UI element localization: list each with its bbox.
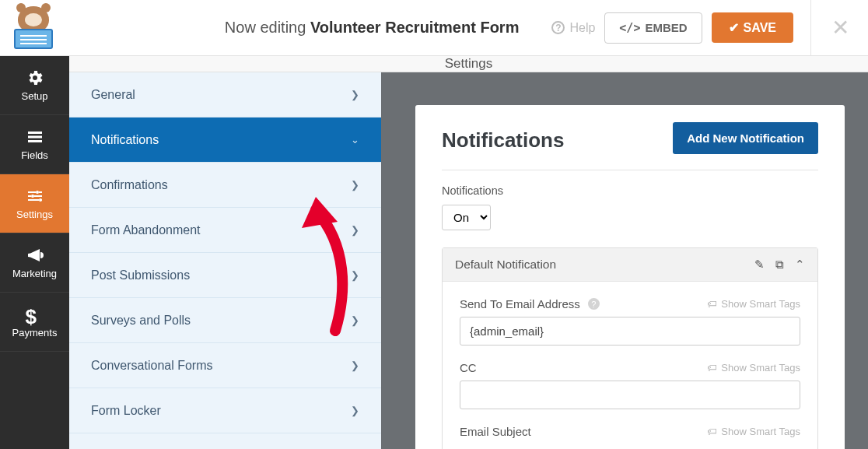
svg-rect-1 bbox=[28, 136, 42, 139]
collapse-icon[interactable]: ⌃ bbox=[795, 258, 805, 272]
help-icon[interactable]: ? bbox=[588, 298, 600, 310]
notifications-card: Notifications Add New Notification Notif… bbox=[415, 105, 845, 449]
cc-input[interactable] bbox=[460, 381, 800, 409]
add-notification-button[interactable]: Add New Notification bbox=[673, 122, 818, 154]
svg-point-5 bbox=[39, 198, 42, 202]
chevron-right-icon: ❯ bbox=[351, 269, 359, 281]
notification-header: Default Notification ✎ ⧉ ⌃ bbox=[443, 248, 817, 282]
field-subject: Email Subject 🏷 Show Smart Tags bbox=[460, 425, 800, 438]
help-icon: ? bbox=[551, 21, 565, 34]
smart-tags-link[interactable]: 🏷 Show Smart Tags bbox=[707, 298, 800, 310]
chevron-right-icon: ❯ bbox=[351, 314, 359, 326]
help-link[interactable]: ? Help bbox=[551, 21, 595, 35]
smart-tags-link[interactable]: 🏷 Show Smart Tags bbox=[707, 426, 800, 437]
save-button[interactable]: ✔ SAVE bbox=[712, 12, 793, 43]
svg-point-4 bbox=[31, 195, 34, 198]
nav-rail: Setup Fields Settings Marketing $ Paymen… bbox=[0, 56, 69, 449]
chevron-right-icon: ❯ bbox=[351, 179, 359, 191]
sliders-icon bbox=[26, 187, 44, 205]
subitem-notifications[interactable]: Notifications⌄ bbox=[69, 118, 381, 163]
subitem-general[interactable]: General❯ bbox=[69, 72, 381, 118]
list-icon bbox=[26, 128, 44, 146]
notifications-toggle[interactable]: On bbox=[442, 205, 491, 230]
nav-setup[interactable]: Setup bbox=[0, 56, 69, 115]
top-bar: Now editing Volunteer Recruitment Form ?… bbox=[0, 0, 868, 56]
edit-icon[interactable]: ✎ bbox=[754, 258, 765, 272]
gear-icon bbox=[26, 68, 44, 87]
svg-point-3 bbox=[36, 191, 39, 194]
code-icon: </> bbox=[619, 21, 640, 35]
close-button[interactable]: ✕ bbox=[821, 15, 852, 40]
tag-icon: 🏷 bbox=[707, 362, 717, 374]
nav-payments[interactable]: $ Payments bbox=[0, 293, 69, 352]
wpforms-logo bbox=[8, 6, 58, 49]
nav-settings[interactable]: Settings bbox=[0, 174, 69, 233]
svg-rect-0 bbox=[28, 132, 42, 134]
cc-label: CC bbox=[460, 361, 477, 374]
send-to-label: Send To Email Address bbox=[460, 297, 580, 310]
svg-rect-2 bbox=[28, 140, 42, 142]
chevron-right-icon: ❯ bbox=[351, 405, 359, 416]
tag-icon: 🏷 bbox=[707, 426, 717, 437]
notification-block: Default Notification ✎ ⧉ ⌃ bbox=[442, 247, 818, 449]
send-to-input[interactable] bbox=[460, 317, 800, 346]
notification-title: Default Notification bbox=[455, 258, 556, 272]
main-canvas: Notifications Add New Notification Notif… bbox=[381, 72, 868, 449]
settings-subpanel: General❯ Notifications⌄ Confirmations❯ F… bbox=[69, 72, 381, 449]
checkmark-icon: ✔ bbox=[729, 20, 739, 35]
subitem-confirmations[interactable]: Confirmations❯ bbox=[69, 163, 381, 208]
chevron-down-icon: ⌄ bbox=[351, 134, 359, 146]
divider bbox=[442, 170, 818, 170]
nav-fields[interactable]: Fields bbox=[0, 115, 69, 174]
subitem-post-submissions[interactable]: Post Submissions❯ bbox=[69, 253, 381, 298]
field-send-to: Send To Email Address ? 🏷 Show Smart Tag… bbox=[460, 297, 800, 346]
nav-marketing[interactable]: Marketing bbox=[0, 233, 69, 293]
notifications-toggle-label: Notifications bbox=[442, 184, 818, 197]
chevron-right-icon: ❯ bbox=[351, 89, 359, 100]
field-cc: CC 🏷 Show Smart Tags bbox=[460, 361, 800, 409]
dollar-icon: $ bbox=[26, 305, 44, 324]
subitem-form-abandonment[interactable]: Form Abandonment❯ bbox=[69, 208, 381, 253]
subject-label: Email Subject bbox=[460, 425, 531, 438]
settings-header: Settings bbox=[69, 56, 868, 72]
copy-icon[interactable]: ⧉ bbox=[775, 258, 784, 272]
subitem-surveys-polls[interactable]: Surveys and Polls❯ bbox=[69, 298, 381, 343]
subitem-conversational-forms[interactable]: Conversational Forms❯ bbox=[69, 343, 381, 388]
subitem-form-locker[interactable]: Form Locker❯ bbox=[69, 388, 381, 433]
embed-button[interactable]: </> EMBED bbox=[604, 12, 702, 44]
divider bbox=[810, 0, 811, 56]
tag-icon: 🏷 bbox=[707, 298, 717, 310]
megaphone-icon bbox=[26, 246, 44, 265]
chevron-right-icon: ❯ bbox=[351, 224, 359, 236]
smart-tags-link[interactable]: 🏷 Show Smart Tags bbox=[707, 362, 800, 374]
now-editing-label: Now editing Volunteer Recruitment Form bbox=[225, 19, 520, 37]
chevron-right-icon: ❯ bbox=[351, 360, 359, 371]
